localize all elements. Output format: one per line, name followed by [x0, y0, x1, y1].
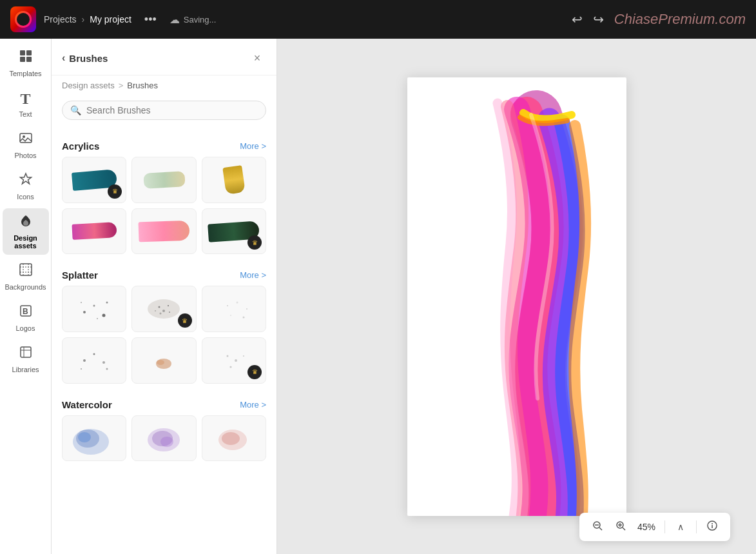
watermark: ChiasePremium.com: [614, 11, 746, 28]
crown-icon: ♛: [182, 317, 188, 324]
info-button[interactable]: [702, 517, 722, 537]
zoom-up-button[interactable]: ∧: [670, 517, 691, 537]
svg-point-47: [78, 432, 91, 442]
premium-badge: ♛: [247, 235, 262, 250]
watercolor-title: Watercolor: [62, 399, 112, 410]
back-arrow-icon: ‹: [62, 52, 65, 64]
info-icon: [706, 520, 718, 534]
brush-item[interactable]: [131, 415, 196, 462]
save-status: ☁ Saving...: [170, 14, 217, 26]
watercolor-more-button[interactable]: More >: [240, 400, 266, 410]
sidebar-item-libraries[interactable]: Libraries: [3, 340, 49, 379]
brush-item[interactable]: [131, 157, 196, 203]
brush-preview: [141, 344, 186, 377]
svg-point-19: [81, 302, 82, 303]
zoom-value-label: 45%: [634, 522, 659, 532]
brush-item[interactable]: ♛: [131, 286, 196, 332]
photos-icon: [19, 131, 33, 149]
panel-close-button[interactable]: ×: [248, 49, 266, 67]
brush-item[interactable]: [202, 157, 266, 203]
sidebar-item-logos[interactable]: B Logos: [3, 299, 49, 337]
brush-item[interactable]: [202, 415, 266, 462]
canvas-area: 45% ∧: [277, 39, 756, 554]
splatter-more-button[interactable]: More >: [240, 270, 266, 280]
undo-button[interactable]: ↩: [572, 12, 583, 27]
sidebar: Templates T Text Photos Icons Design ass…: [0, 39, 52, 554]
brush-item[interactable]: [202, 286, 266, 332]
svg-rect-0: [20, 50, 25, 55]
sidebar-item-photos[interactable]: Photos: [3, 126, 49, 164]
brush-preview: [208, 419, 260, 458]
search-icon: 🔍: [70, 105, 81, 115]
zoom-in-button[interactable]: [610, 517, 631, 537]
backgrounds-label: Backgrounds: [5, 283, 46, 291]
sidebar-item-text[interactable]: T Text: [3, 85, 49, 123]
acrylics-more-button[interactable]: More >: [240, 141, 266, 151]
panel-content: Acrylics More > ♛: [52, 128, 276, 554]
brush-preview: [143, 171, 185, 189]
canvas-background[interactable]: [277, 39, 756, 554]
brush-preview: [138, 419, 189, 458]
toolbar-divider-2: [696, 520, 697, 533]
svg-point-28: [155, 310, 156, 312]
brush-item[interactable]: [62, 208, 126, 255]
brush-item[interactable]: ♛: [202, 208, 266, 255]
projects-link[interactable]: Projects: [44, 14, 77, 25]
breadcrumb-parent-link[interactable]: Design assets: [62, 81, 115, 90]
svg-point-35: [93, 353, 95, 355]
svg-point-25: [168, 305, 169, 306]
brush-item[interactable]: [62, 286, 126, 332]
saving-label: Saving...: [184, 15, 217, 25]
acrylics-title: Acrylics: [62, 141, 99, 152]
sidebar-item-icons[interactable]: Icons: [3, 167, 49, 206]
splatter-section-header: Splatter More >: [52, 262, 276, 286]
svg-rect-2: [20, 57, 25, 62]
svg-point-26: [160, 313, 162, 315]
svg-point-44: [229, 366, 231, 368]
svg-rect-1: [26, 50, 32, 55]
svg-point-24: [162, 310, 165, 312]
zoom-out-button[interactable]: [587, 517, 608, 537]
svg-point-16: [83, 311, 86, 313]
brush-item[interactable]: [131, 208, 196, 255]
brush-item[interactable]: ♛: [202, 337, 266, 384]
brush-preview: [211, 293, 257, 325]
libraries-icon: [19, 345, 33, 363]
svg-point-41: [226, 355, 228, 357]
crown-icon: ♛: [252, 239, 258, 246]
brush-item[interactable]: [62, 415, 126, 462]
icons-label: Icons: [17, 193, 34, 201]
search-bar[interactable]: 🔍: [62, 101, 266, 120]
app-logo[interactable]: [10, 6, 36, 32]
brush-item[interactable]: ♛: [62, 157, 126, 203]
redo-button[interactable]: ↩: [593, 12, 604, 27]
sidebar-item-design-assets[interactable]: Design assets: [3, 208, 49, 255]
crown-icon: ♛: [112, 188, 118, 195]
logos-label: Logos: [16, 324, 35, 332]
search-input[interactable]: [86, 105, 258, 115]
project-name[interactable]: My project: [90, 14, 131, 25]
canvas-white[interactable]: [407, 77, 626, 516]
svg-point-23: [159, 306, 160, 308]
text-label: Text: [19, 110, 32, 118]
premium-badge: ♛: [247, 365, 262, 379]
svg-point-37: [81, 368, 82, 370]
brush-item[interactable]: [62, 337, 126, 384]
logo-icon: [15, 11, 32, 28]
panel-breadcrumb: Design assets > Brushes: [52, 75, 276, 95]
acrylics-grid: ♛ ♛: [52, 157, 276, 262]
sidebar-item-backgrounds[interactable]: Backgrounds: [3, 257, 49, 296]
premium-badge: ♛: [178, 313, 192, 328]
text-icon: T: [20, 90, 30, 108]
more-options-button[interactable]: •••: [139, 10, 162, 29]
panel-back-button[interactable]: ‹ Brushes: [62, 52, 108, 64]
breadcrumb-current: Brushes: [127, 81, 158, 90]
svg-line-57: [623, 528, 625, 530]
sidebar-item-templates[interactable]: Templates: [3, 44, 49, 83]
svg-rect-6: [20, 264, 32, 275]
svg-point-29: [227, 305, 228, 306]
svg-point-38: [106, 368, 108, 370]
svg-point-22: [148, 299, 180, 319]
splatter-title: Splatter: [62, 270, 98, 281]
brush-item[interactable]: [131, 337, 196, 384]
